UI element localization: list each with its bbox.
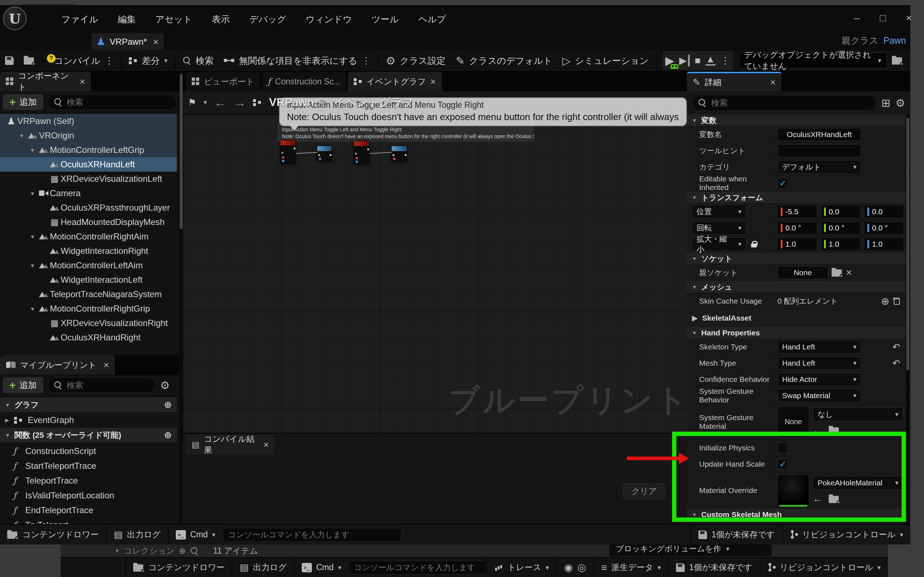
cmd-dropdown[interactable]: >_ Cmd ▾ [168,525,223,545]
class-settings-button[interactable]: ⚙ クラス設定 [381,50,451,71]
breadcrumb-root[interactable]: VRPawn [269,96,313,109]
details-scrollbar[interactable] [906,114,909,524]
unsaved-button[interactable]: 1個が未保存です [690,525,782,545]
tab-details[interactable]: ✎ 詳細 × [687,72,782,91]
text-field[interactable]: OculusXRHandLeft [777,128,861,141]
add-function-icon[interactable]: ⊕ [164,429,172,441]
vector-field-0[interactable]: 0.0 ° [777,221,817,234]
add-blueprint-item-button[interactable]: +追加 [3,377,43,393]
menu-item-0[interactable]: ファイル [54,10,105,28]
dropdown-SystemGestureBehavior[interactable]: Swap Material▾ [777,389,861,403]
menu-item-3[interactable]: 表示 [205,10,237,28]
tab-my-blueprint[interactable]: マイブループリント × [0,355,115,375]
add-component-button[interactable]: +追加 [3,94,43,110]
list-item-TeleportTrace[interactable]: ƒTeleportTrace [0,473,177,488]
tree-item-OculusXRHandLeft[interactable]: OculusXRHandLeft [0,157,177,172]
stop-button[interactable]: ■ [695,55,701,66]
tab-event-graph[interactable]: イベントグラフ × [348,72,442,91]
section-header-[interactable]: ▼変数 [687,114,905,127]
expand-icon[interactable]: ▼ [27,306,37,312]
expand-icon[interactable]: ▼ [27,147,37,153]
text-field[interactable] [777,144,861,157]
components-search-input[interactable]: 検索 [48,94,177,110]
compile-button[interactable]: ? コンパイル ⋮ [45,50,119,71]
diff-button[interactable]: 差分 ▾ [124,50,173,71]
scrollbar-thumb[interactable] [906,118,909,371]
close-icon[interactable]: × [430,77,436,86]
play-options-icon[interactable]: ⋮ [720,55,730,66]
checkbox[interactable]: ✓ [777,459,788,469]
menu-item-6[interactable]: ツール [364,10,406,28]
tree-item-MotionControllerRightAim[interactable]: ▼MotionControllerRightAim [0,229,177,244]
socket-field[interactable]: None [777,266,828,279]
class-defaults-button[interactable]: ✎ クラスのデフォルト [451,50,557,71]
delete-elements-icon[interactable] [893,298,900,305]
list-item-TryTeleport[interactable]: ƒTryTeleport [0,517,177,524]
revision-control-dropdown[interactable]: リビジョンコントロール ▾ [761,558,888,577]
gear-icon[interactable]: ⚙ [895,97,905,109]
asset-tab-vrpawn[interactable]: ♟ VRPawn* × [91,33,163,50]
expand-icon[interactable]: ▼ [16,133,27,139]
eject-button[interactable]: ▲ [706,56,716,66]
frame-skip-button[interactable]: ▶ [679,55,690,66]
unsaved-button[interactable]: 1個が未保存です [669,558,760,577]
expand-icon[interactable]: ▼ [27,263,37,269]
node-function-call-right[interactable] [391,146,407,161]
simulate-button[interactable]: ▷ シミュレーション [557,50,654,71]
expand-icon[interactable]: ▼ [27,190,37,197]
reset-to-default-icon[interactable]: ↶ [892,358,900,369]
tree-item-WidgetInteractionLeft[interactable]: WidgetInteractionLeft [0,272,177,287]
vector-field-0[interactable]: 1.0 [777,238,817,251]
details-search-input[interactable]: 検索 [692,95,876,111]
output-log-button[interactable]: ▤ 出力ログ [233,558,294,577]
find-button[interactable]: 検索 [178,50,219,71]
axis-dropdown[interactable]: 回転▾ [692,221,746,235]
save-button[interactable] [0,50,19,71]
output-log-button[interactable]: ▤ 出力ログ [107,525,168,545]
minimize-button[interactable]: – [849,11,865,25]
revision-control-dropdown[interactable]: リビジョンコントロール ▾ [783,525,910,545]
use-selected-icon[interactable]: ← [813,425,822,436]
forward-button[interactable]: → [234,95,246,110]
asset-thumbnail[interactable] [777,475,809,506]
left-scrollbar[interactable] [179,72,183,524]
functions-section-header[interactable]: ▼ 関数 (25 オーバーライド可能) ⊕ [0,428,177,443]
console-input[interactable] [223,528,401,542]
subsection-SkeletalAsset[interactable]: ▶SkeletalAsset [687,309,905,327]
add-graph-icon[interactable]: ⊕ [164,399,172,410]
vector-field-1[interactable]: 0.0 ° [821,221,861,234]
scrollbar-thumb[interactable] [180,74,183,229]
tree-item-WidgetInteractionRight[interactable]: WidgetInteractionRight [0,244,177,258]
vector-field-1[interactable]: 1.0 [821,238,861,251]
cmd-dropdown[interactable]: >_ Cmd ▾ [294,558,349,577]
section-header-[interactable]: ▼ソケット [687,253,905,265]
breadcrumb-current[interactable]: イベントグラフ [333,95,414,110]
menu-item-5[interactable]: ウィンドウ [299,10,359,28]
browse-button[interactable] [19,50,40,71]
graph-canvas[interactable]: Input Action Menu Toggle Left and Menu T… [183,114,687,433]
vector-field-1[interactable]: 0.0 [821,205,861,218]
list-item-EndTeleportTrace[interactable]: ƒEndTeleportTrace [0,503,177,517]
play-button[interactable]: ▶ [665,54,674,68]
display-filter-icon[interactable]: ⊞ [881,97,890,109]
close-icon[interactable]: × [770,77,775,87]
section-header-[interactable]: ▼トランスフォーム [687,192,905,204]
parent-class-link[interactable]: Pawn [883,35,906,45]
tree-item-MotionControllerLeftGrip[interactable]: ▼MotionControllerLeftGrip [0,143,177,157]
vector-field-0[interactable]: -5.5 [777,205,817,218]
snapshot-icon[interactable]: ◎ [577,561,586,574]
axis-dropdown[interactable]: 位置▾ [692,205,746,219]
graph-comment[interactable]: Input Action Menu Toggle Left and Menu T… [278,124,534,142]
graphs-section-header[interactable]: ▼ グラフ ⊕ [0,397,177,413]
gear-icon[interactable]: ⚙ [160,379,170,392]
hide-options-icon[interactable]: ⋮ [362,56,371,66]
browse-to-asset-icon[interactable] [829,495,840,503]
expand-icon[interactable]: ▼ [27,234,37,240]
close-button[interactable]: × [901,11,917,25]
chevron-down-icon[interactable]: ▾ [204,98,207,106]
axis-dropdown[interactable]: 拡大・縮小▾ [692,237,746,251]
add-collection-icon[interactable]: ⊕ [179,546,186,556]
debug-browse-button[interactable] [887,50,908,71]
close-icon[interactable]: × [263,440,269,449]
record-icon[interactable]: ◉ [564,561,573,574]
